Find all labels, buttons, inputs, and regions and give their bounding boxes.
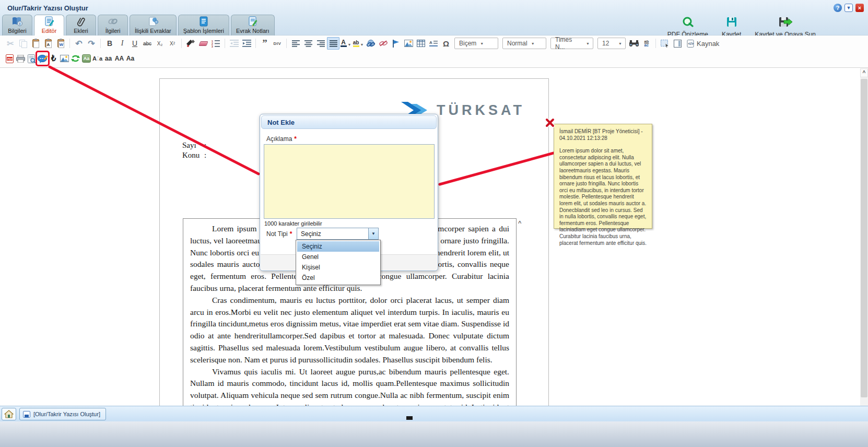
tab-editor[interactable]: Editör [34,15,64,36]
svg-text:3: 3 [212,45,213,48]
lowercase-icon[interactable]: aa [103,52,114,65]
save-submit-floppy-arrow-icon [779,16,792,30]
export-pdf-icon[interactable]: PDF [4,52,15,65]
decrease-indent-icon[interactable] [228,37,240,50]
tab-bilgileri[interactable]: i Bilgileri [2,15,32,36]
subscript-button[interactable]: X₂ [154,37,166,50]
div-container-icon[interactable]: DIV [271,37,284,50]
select-all-icon[interactable] [659,37,671,50]
cut-icon[interactable]: ✂ [4,37,17,50]
turkish-lira-icon[interactable]: ₺ [48,52,59,65]
close-icon[interactable]: × [855,4,864,12]
remove-link-icon[interactable] [377,37,390,50]
numbered-list-icon[interactable]: 123 [209,37,222,50]
toggle-case-icon[interactable]: A↑↓a [92,52,103,65]
paste-plain-text-icon[interactable]: A [42,37,54,50]
refresh-icon[interactable] [70,52,81,65]
tab-sablon-islemleri[interactable]: Şablon İşlemleri [178,15,229,36]
capitalize-icon[interactable]: Aa [125,52,136,65]
superscript-button[interactable]: X² [166,37,179,50]
pdf-preview-button[interactable]: PDF Önizleme [667,16,708,38]
styles-dropdown[interactable]: Biçem▼ [454,38,498,49]
horizontal-rule-icon[interactable]: A [427,37,440,50]
align-right-icon[interactable] [314,37,327,50]
print-icon[interactable] [15,52,26,65]
uppercase-icon[interactable]: AA [114,52,125,65]
save-and-submit-button[interactable]: Kaydet ve Onaya Sun [755,16,816,38]
tab-ekleri[interactable]: Ekleri [66,15,96,36]
option-genel[interactable]: Genel [297,252,379,262]
blockquote-icon[interactable]: ” [259,37,271,50]
pdf-preview-magnifier-icon [682,16,694,30]
italic-button[interactable]: I [116,37,128,50]
paste-from-word-icon[interactable]: W [54,37,67,50]
align-center-icon[interactable] [302,37,314,50]
paragraph-format-dropdown[interactable]: Normal▼ [502,38,546,49]
combobox-dropdown-button[interactable]: ▼ [368,228,378,239]
special-char-icon[interactable]: Ω [440,37,452,50]
header: Olur/Takrir Yazısı Oluştur ? ▼ × i Bilgi… [0,0,868,36]
source-code-icon: </> [687,40,695,48]
case-style-icon[interactable]: Aa [81,52,92,65]
font-family-dropdown[interactable]: Times N...▼ [550,38,593,49]
textbox-scroll-up-icon[interactable]: ^ [518,220,521,226]
taskbar-item[interactable]: [Olur/Takrir Yazısı Oluştur] [19,408,106,420]
remove-format-icon[interactable] [197,37,209,50]
maximize-icon[interactable] [671,37,684,50]
tab-evrak-notlari[interactable]: Evrak Notları [231,15,275,36]
source-button[interactable]: </> Kaynak [687,40,719,48]
justify-icon[interactable] [327,37,339,50]
insert-link-icon[interactable] [365,37,377,50]
scrollbar-thumb[interactable] [861,79,867,397]
insert-table-icon[interactable] [415,37,427,50]
editor-resize-handle[interactable] [406,416,413,420]
vertical-scrollbar[interactable]: ^ [860,68,868,406]
sticky-note[interactable]: İsmail DEMİR [BT Proje Yöneticisi] - 04.… [554,124,652,229]
tab-label: Ekleri [74,27,88,34]
document-paragraph: Cras condimentum, mauris eu luctus portt… [190,295,509,366]
svg-text:</>: </> [688,41,694,46]
option-seciniz[interactable]: Seçiniz [297,241,379,252]
add-note-comment-icon[interactable] [37,52,48,65]
highlight-color-icon[interactable]: ab▼ [352,37,365,50]
note-type-option-list: Seçiniz Genel Kişisel Özel [296,240,381,285]
delete-note-icon[interactable] [545,118,555,127]
dialog-titlebar[interactable]: Not Ekle [261,115,437,129]
anchor-flag-icon[interactable] [390,37,402,50]
home-button[interactable] [2,408,16,420]
scrollbar-up-arrow-icon[interactable]: ^ [860,68,868,77]
redo-icon[interactable]: ↷ [85,37,98,50]
align-left-icon[interactable] [289,37,302,50]
aciklama-label: Açıklama* [266,135,297,143]
restore-window-icon[interactable]: ▼ [844,4,853,12]
document-note-pencil-icon [248,16,258,27]
dialog-title: Not Ekle [267,119,295,126]
replace-icon[interactable]: abac [640,37,653,50]
tab-iliskili-evraklar[interactable]: İlişkili Evraklar [130,15,177,36]
format-painter-icon[interactable] [184,37,197,50]
save-button[interactable]: Kaydet [722,16,741,38]
task-window-icon [23,411,30,418]
paste-icon[interactable] [29,37,42,50]
chain-link-icon [107,16,119,27]
text-color-icon[interactable]: A▼ [339,37,352,50]
note-description-textarea[interactable] [264,144,435,219]
insert-image-icon[interactable] [402,37,415,50]
find-icon[interactable] [628,37,640,50]
increase-indent-icon[interactable] [240,37,253,50]
help-icon[interactable]: ? [834,4,842,12]
option-kisisel[interactable]: Kişisel [297,262,379,273]
image-icon[interactable] [59,52,70,65]
bold-button[interactable]: B [103,37,116,50]
option-ozel[interactable]: Özel [297,273,379,283]
konu-label: Konu [182,150,204,160]
preview-icon[interactable] [26,52,37,65]
underline-button[interactable]: U [128,37,141,50]
font-size-dropdown[interactable]: 12▼ [597,38,626,49]
note-type-combobox[interactable]: Seçiniz ▼ [297,228,379,240]
undo-icon[interactable]: ↶ [73,37,85,50]
action-buttons: PDF Önizleme Kaydet Kaydet ve Onaya Sun [667,16,816,38]
copy-icon[interactable] [17,37,29,50]
strikethrough-button[interactable]: abc [141,37,154,50]
tab-ilgileri[interactable]: İlgileri [98,15,128,36]
